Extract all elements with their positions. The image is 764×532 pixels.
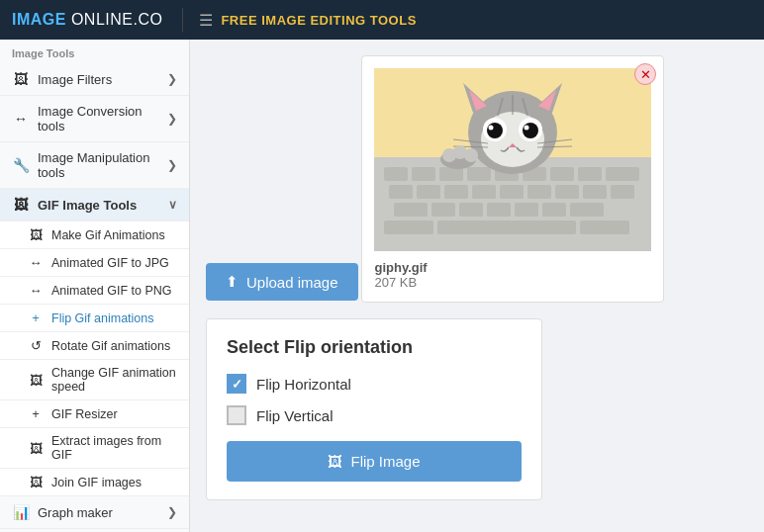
sidebar-item-label: Image Conversion tools [38, 104, 167, 133]
sidebar-item-graph-maker[interactable]: 📊 Graph maker ❯ [0, 496, 189, 529]
rotate-gif-icon: ↺ [28, 338, 44, 353]
content-area: ⬆ Upload image [190, 40, 764, 532]
header-divider [182, 8, 183, 32]
change-speed-icon: 🖼 [28, 373, 44, 388]
svg-rect-10 [606, 167, 639, 181]
svg-rect-24 [515, 203, 538, 217]
extract-images-icon: 🖼 [28, 441, 44, 456]
sub-item-label: Make Gif Animations [51, 228, 165, 242]
sub-item-label: Animated GIF to JPG [51, 256, 169, 270]
svg-point-44 [525, 126, 529, 131]
sub-item-label: Change GIF animation speed [51, 366, 177, 394]
svg-point-53 [464, 148, 478, 162]
chevron-icon: ❯ [167, 112, 177, 126]
svg-rect-4 [439, 167, 463, 181]
join-gif-icon: 🖼 [28, 475, 44, 489]
gif-to-jpg-icon: ↔ [28, 255, 44, 270]
image-conversion-icon: ↔ [12, 111, 30, 127]
svg-rect-17 [555, 185, 579, 199]
chevron-icon: ❯ [167, 505, 177, 519]
svg-point-41 [487, 123, 503, 138]
sidebar-sub-item-extract-images[interactable]: 🖼 Extract images from GIF [0, 428, 189, 469]
svg-point-43 [489, 126, 494, 131]
svg-rect-14 [472, 185, 496, 199]
sidebar-item-gif-tools[interactable]: 🖼 GIF Image Tools ∨ [0, 189, 189, 222]
svg-rect-20 [394, 203, 428, 217]
sidebar-item-image-filters[interactable]: 🖼 Image Filters ❯ [0, 63, 189, 96]
svg-rect-16 [527, 185, 551, 199]
sub-item-label: Flip Gif animations [51, 311, 154, 325]
gif-tools-icon: 🖼 [12, 197, 30, 213]
sidebar-sub-item-flip-gif[interactable]: + Flip Gif animations [0, 305, 189, 332]
upload-button-label: Upload image [246, 274, 338, 291]
flip-vertical-row: Flip Vertical [227, 405, 522, 425]
svg-rect-9 [578, 167, 602, 181]
flip-vertical-checkbox[interactable] [227, 405, 246, 425]
svg-rect-21 [431, 203, 455, 217]
flip-section-title: Select Flip orientation [227, 337, 522, 358]
svg-rect-19 [611, 185, 634, 199]
sub-item-label: Rotate Gif animations [51, 339, 170, 353]
checkmark-icon: ✓ [232, 377, 242, 392]
logo: IMAGE ONLINE.CO [12, 11, 162, 29]
flip-btn-label: Flip Image [350, 453, 420, 470]
sidebar-item-label: GIF Image Tools [38, 198, 168, 213]
close-icon: ✕ [640, 67, 651, 82]
svg-rect-3 [412, 167, 435, 181]
sub-item-label: Animated GIF to PNG [51, 284, 172, 298]
sub-item-label: Join GIF images [51, 476, 142, 489]
sidebar-item-label: Image Filters [38, 72, 167, 87]
image-manipulation-icon: 🔧 [12, 157, 30, 173]
sidebar-item-label: Graph maker [38, 505, 167, 520]
chevron-icon: ❯ [167, 158, 177, 172]
preview-image [374, 68, 651, 251]
image-preview-outer: giphy.gif 207 KB ✕ [361, 55, 664, 318]
svg-rect-15 [500, 185, 524, 199]
flip-image-button[interactable]: 🖼 Flip Image [227, 441, 522, 482]
svg-rect-13 [444, 185, 468, 199]
svg-rect-18 [583, 185, 607, 199]
svg-point-42 [523, 123, 538, 138]
flip-horizontal-checkbox[interactable]: ✓ [227, 374, 246, 394]
flip-horizontal-row: ✓ Flip Horizontal [227, 374, 522, 394]
sidebar-sub-item-join-gif[interactable]: 🖼 Join GIF images [0, 469, 189, 496]
svg-rect-22 [459, 203, 483, 217]
sidebar-sub-item-gif-resizer[interactable]: + GIF Resizer [0, 400, 189, 428]
flip-gif-icon: + [28, 310, 44, 325]
upload-button[interactable]: ⬆ Upload image [206, 263, 358, 301]
gif-to-png-icon: ↔ [28, 283, 44, 298]
svg-rect-27 [384, 221, 433, 234]
sidebar-sub-item-gif-to-png[interactable]: ↔ Animated GIF to PNG [0, 277, 189, 305]
main-layout: Image Tools 🖼 Image Filters ❯ ↔ Image Co… [0, 40, 764, 532]
make-gif-icon: 🖼 [28, 227, 44, 242]
sidebar-section-label: Image Tools [0, 40, 189, 63]
sidebar-item-image-manipulation[interactable]: 🔧 Image Manipulation tools ❯ [0, 142, 189, 189]
sidebar-sub-item-gif-to-jpg[interactable]: ↔ Animated GIF to JPG [0, 249, 189, 277]
svg-rect-25 [542, 203, 566, 217]
logo-rest: ONLINE.CO [66, 11, 162, 28]
menu-icon[interactable]: ☰ [199, 11, 213, 30]
file-size: 207 KB [374, 275, 651, 290]
file-name: giphy.gif [374, 260, 651, 275]
image-preview-area: giphy.gif 207 KB [361, 55, 664, 303]
flip-section: Select Flip orientation ✓ Flip Horizonta… [206, 318, 542, 500]
svg-rect-26 [570, 203, 604, 217]
sub-item-label: Extract images from GIF [51, 434, 177, 462]
svg-rect-8 [550, 167, 574, 181]
flip-vertical-label: Flip Vertical [256, 407, 334, 424]
chevron-down-icon: ∨ [168, 198, 177, 212]
sidebar-sub-item-make-gif[interactable]: 🖼 Make Gif Animations [0, 222, 189, 249]
sidebar: Image Tools 🖼 Image Filters ❯ ↔ Image Co… [0, 40, 190, 532]
flip-btn-icon: 🖼 [328, 453, 342, 470]
sidebar-sub-item-rotate-gif[interactable]: ↺ Rotate Gif animations [0, 332, 189, 360]
svg-rect-2 [384, 167, 408, 181]
sidebar-item-image-conversion[interactable]: ↔ Image Conversion tools ❯ [0, 96, 189, 142]
sidebar-item-label: Image Manipulation tools [38, 150, 167, 180]
svg-rect-12 [417, 185, 440, 199]
upload-icon: ⬆ [226, 273, 239, 291]
sidebar-sub-item-change-speed[interactable]: 🖼 Change GIF animation speed [0, 360, 189, 400]
gif-resizer-icon: + [28, 406, 44, 421]
svg-rect-23 [487, 203, 511, 217]
graph-maker-icon: 📊 [12, 504, 30, 520]
file-info: giphy.gif 207 KB [374, 260, 651, 290]
